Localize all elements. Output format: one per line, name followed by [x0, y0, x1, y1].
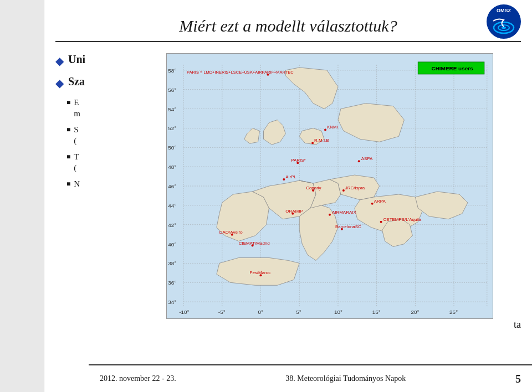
- content-area: ◆ Uni ◆ Sza ■ Em ■ S( ■: [44, 48, 532, 352]
- footer-date: 2012. november 22 - 23.: [100, 374, 176, 383]
- svg-point-83: [329, 214, 331, 216]
- extra-text-ta: ta: [514, 319, 521, 331]
- square-icon-3: ■: [66, 153, 70, 161]
- svg-point-73: [283, 178, 285, 180]
- svg-text:25°: 25°: [449, 309, 458, 315]
- footer-conference: 38. Meteorológiai Tudományos Napok: [285, 374, 406, 383]
- svg-text:Coparly: Coparly: [306, 185, 321, 190]
- svg-text:15°: 15°: [372, 309, 381, 315]
- sub-bullet-text-1: Em: [74, 97, 80, 119]
- svg-text:-10°: -10°: [179, 309, 189, 315]
- svg-text:38°: 38°: [168, 260, 176, 266]
- svg-point-77: [342, 189, 345, 192]
- map-container: 58° 56° 54° 52° 50° 48° 46° 44° 42° 40° …: [166, 53, 493, 319]
- svg-text:50°: 50°: [168, 145, 176, 151]
- svg-text:DAO/Aveiro: DAO/Aveiro: [219, 230, 243, 235]
- europe-map-svg: 58° 56° 54° 52° 50° 48° 46° 44° 42° 40° …: [167, 54, 493, 318]
- svg-text:58°: 58°: [168, 68, 176, 74]
- svg-text:R.M.I.B: R.M.I.B: [314, 138, 329, 143]
- slide-title: Miért ezt a modellt választottuk?: [44, 0, 532, 41]
- square-icon-1: ■: [66, 99, 70, 107]
- svg-text:BarcelonaSC: BarcelonaSC: [335, 224, 361, 229]
- svg-text:42°: 42°: [168, 222, 176, 228]
- bullet-text-uni: Uni: [68, 53, 85, 66]
- svg-text:54°: 54°: [168, 106, 176, 112]
- svg-text:46°: 46°: [168, 183, 176, 189]
- sub-bullets: ■ Em ■ S( ■ T( ■ N: [66, 97, 161, 190]
- svg-text:CETEMPS/L'Aquila: CETEMPS/L'Aquila: [383, 217, 422, 222]
- sub-bullet-text-3: T(: [74, 152, 79, 173]
- square-icon-4: ■: [66, 180, 70, 188]
- sub-bullet-1: ■ Em: [66, 97, 161, 119]
- bullet-main-2: ◆ Sza: [55, 75, 161, 90]
- svg-text:20°: 20°: [411, 309, 419, 315]
- svg-text:ORAMIP: ORAMIP: [285, 209, 303, 214]
- sub-bullet-text-2: S(: [74, 125, 78, 146]
- svg-text:PARIS = LMD+INERIS+LSCE+USA+AI: PARIS = LMD+INERIS+LSCE+USA+AIRPARIF+MAR…: [187, 70, 294, 75]
- svg-text:10°: 10°: [334, 309, 342, 315]
- sub-bullet-3: ■ T(: [66, 152, 161, 173]
- bullet-text-sza: Sza: [68, 75, 85, 88]
- svg-text:JRC/Ispra: JRC/Ispra: [345, 185, 365, 190]
- diamond-icon-2: ◆: [55, 76, 64, 90]
- svg-text:CIEMAT/Madrid: CIEMAT/Madrid: [239, 241, 270, 246]
- sub-bullet-2: ■ S(: [66, 125, 161, 146]
- svg-text:0°: 0°: [258, 309, 264, 315]
- svg-point-65: [324, 128, 326, 131]
- svg-text:AIRMARAIX: AIRMARAIX: [332, 210, 356, 215]
- svg-text:56°: 56°: [168, 87, 176, 93]
- square-icon-2: ■: [66, 126, 70, 134]
- bullet-main-1: ◆ Uni: [55, 53, 161, 68]
- footer: 2012. november 22 - 23. 38. Meteorológia…: [89, 364, 532, 392]
- svg-text:44°: 44°: [168, 203, 176, 209]
- sub-bullet-text-4: N: [74, 179, 80, 190]
- svg-text:40°: 40°: [168, 241, 176, 247]
- svg-point-67: [311, 142, 314, 144]
- svg-text:PARIS*: PARIS*: [291, 158, 305, 163]
- svg-text:AirPL: AirPL: [285, 174, 296, 179]
- diamond-icon-1: ◆: [55, 54, 64, 68]
- svg-text:5°: 5°: [296, 309, 301, 315]
- left-decorative-bar: [0, 0, 44, 392]
- svg-text:-5°: -5°: [218, 309, 226, 315]
- svg-text:Fes/Maroc: Fes/Maroc: [250, 270, 271, 275]
- svg-text:52°: 52°: [168, 125, 176, 131]
- svg-text:KNMI: KNMI: [327, 125, 338, 130]
- svg-text:34°: 34°: [168, 299, 176, 305]
- footer-page-number: 5: [515, 373, 521, 385]
- title-divider: [55, 41, 521, 42]
- svg-text:48°: 48°: [168, 164, 176, 170]
- svg-point-71: [358, 160, 360, 162]
- svg-text:CHIMERE users: CHIMERE users: [432, 65, 474, 71]
- svg-point-79: [371, 203, 374, 205]
- svg-text:ARPA: ARPA: [374, 199, 386, 204]
- map-area: 58° 56° 54° 52° 50° 48° 46° 44° 42° 40° …: [166, 53, 521, 319]
- sub-bullet-4: ■ N: [66, 179, 161, 190]
- main-content: Miért ezt a modellt választottuk? ◆ Uni …: [44, 0, 532, 392]
- svg-point-85: [380, 221, 382, 223]
- text-column: ◆ Uni ◆ Sza ■ Em ■ S( ■: [55, 53, 166, 319]
- svg-text:36°: 36°: [168, 280, 176, 286]
- svg-text:ASPA: ASPA: [361, 156, 373, 161]
